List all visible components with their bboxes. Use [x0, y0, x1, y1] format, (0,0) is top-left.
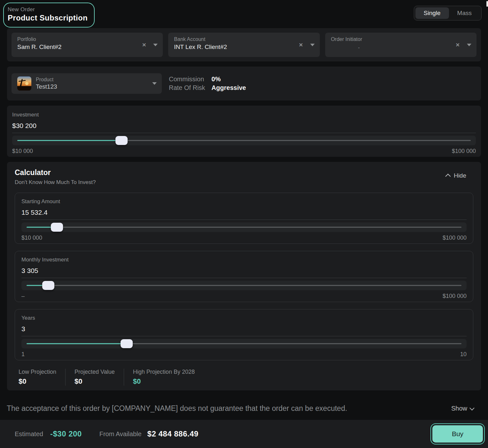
footer-bar: Estimated -$30 200 From Available $2 484…	[0, 420, 488, 448]
investment-slider[interactable]	[12, 136, 476, 145]
slider-rail	[48, 285, 461, 286]
projections-row: Low Projection $0 Projected Value $0 Hig…	[15, 369, 473, 386]
portfolio-clear-icon[interactable]: ✕	[142, 42, 146, 48]
order-initiator-caret-icon[interactable]	[467, 44, 471, 46]
product-label: Product	[36, 77, 57, 83]
risk-label: Rate Of Risk	[169, 84, 205, 92]
starting-amount-input[interactable]: 15 532.4	[21, 209, 467, 220]
high-projection: High Projection By 2028 $0	[124, 369, 204, 386]
bank-account-select[interactable]: Bank Account INT Lex R. Client#2 ✕	[168, 33, 319, 57]
commission-label: Commission	[169, 76, 205, 83]
hide-label: Hide	[454, 172, 466, 179]
investment-max: $100 000	[452, 148, 476, 155]
commission-value: 0%	[211, 76, 246, 83]
show-label: Show	[451, 405, 467, 412]
from-available-value: $2 484 886.49	[147, 429, 199, 438]
from-available-label: From Available	[99, 430, 142, 438]
scrollbar[interactable]	[486, 1, 488, 7]
portfolio-caret-icon[interactable]	[153, 44, 158, 46]
slider-fill	[27, 343, 127, 344]
page-title: Product Subscription	[8, 13, 88, 22]
investment-label: Investment	[12, 112, 476, 118]
product-value: Test123	[36, 83, 57, 90]
starting-amount-label: Starting Amount	[21, 198, 467, 205]
calculator-title: Calculator	[15, 168, 96, 177]
bank-account-label: Bank Account	[174, 36, 314, 42]
years-min: 1	[21, 351, 25, 358]
product-info: Commission Rate Of Risk 0% Aggressive	[169, 76, 246, 92]
buy-button[interactable]: Buy	[432, 425, 483, 443]
monthly-investment-slider-thumb[interactable]	[42, 281, 54, 290]
product-panel: Product Test123 Commission Rate Of Risk …	[7, 67, 481, 100]
risk-value: Aggressive	[211, 84, 246, 92]
page-title-box: New Order Product Subscription	[3, 3, 95, 28]
projected-value-label: Projected Value	[75, 369, 115, 375]
toggle-single[interactable]: Single	[415, 7, 449, 19]
years-slider[interactable]	[21, 339, 467, 348]
investment-input[interactable]: $30 200	[12, 122, 476, 133]
monthly-investment-min: –	[21, 293, 25, 300]
product-caret-icon[interactable]	[152, 82, 157, 85]
calculator-panel: Calculator Don't Know How Much To Invest…	[7, 162, 481, 390]
toggle-mass[interactable]: Mass	[449, 7, 480, 19]
monthly-investment-max: $100 000	[443, 293, 467, 300]
investment-min: $10 000	[12, 148, 33, 155]
portfolio-select[interactable]: Portfolio Sam R. Client#2 ✕	[12, 33, 163, 57]
starting-amount-card: Starting Amount 15 532.4 $10 000 $100 00…	[15, 193, 473, 244]
disclaimer-row: The acceptance of this order by [COMPANY…	[0, 397, 488, 420]
order-initiator-label: Order Initiator	[331, 36, 471, 42]
starting-amount-slider-thumb[interactable]	[51, 223, 63, 232]
starting-amount-max: $100 000	[443, 235, 467, 241]
slider-fill	[17, 140, 122, 141]
high-projection-value: $0	[133, 377, 195, 386]
show-button[interactable]: Show	[451, 405, 473, 412]
years-label: Years	[21, 315, 467, 321]
low-projection-value: $0	[19, 377, 56, 386]
starting-amount-slider[interactable]	[21, 222, 467, 232]
years-input[interactable]: 3	[21, 325, 467, 336]
order-parties-panel: Portfolio Sam R. Client#2 ✕ Bank Account…	[7, 28, 481, 61]
estimated-value: -$30 200	[50, 429, 82, 438]
starting-amount-min: $10 000	[21, 235, 42, 241]
low-projection-label: Low Projection	[19, 369, 56, 375]
slider-rail	[122, 140, 471, 141]
years-card: Years 3 1 10	[15, 309, 473, 360]
disclaimer-text: The acceptance of this order by [COMPANY…	[7, 404, 347, 413]
low-projection: Low Projection $0	[19, 369, 65, 386]
years-slider-thumb[interactable]	[121, 339, 133, 348]
order-initiator-select[interactable]: Order Initiator - ✕	[325, 33, 476, 57]
projected-value: Projected Value $0	[65, 369, 124, 386]
order-initiator-value: -	[358, 45, 471, 50]
estimated-label: Estimated	[15, 430, 43, 438]
bank-account-caret-icon[interactable]	[310, 44, 315, 46]
chevron-down-icon	[469, 405, 475, 411]
header: New Order Product Subscription Single Ma…	[0, 0, 488, 28]
investment-slider-thumb[interactable]	[115, 136, 128, 145]
high-projection-label: High Projection By 2028	[133, 369, 195, 375]
monthly-investment-slider[interactable]	[21, 281, 467, 290]
portfolio-label: Portfolio	[17, 36, 157, 42]
slider-rail	[127, 343, 461, 344]
monthly-investment-card: Monthly Investment 3 305 – $100 000	[15, 251, 473, 302]
hide-button[interactable]: Hide	[447, 172, 466, 179]
bank-account-clear-icon[interactable]: ✕	[299, 42, 303, 48]
investment-panel: Investment $30 200 $10 000 $100 000	[7, 106, 481, 157]
bank-account-value: INT Lex R. Client#2	[174, 44, 314, 51]
page-subtitle: New Order	[8, 6, 88, 13]
portfolio-value: Sam R. Client#2	[17, 44, 157, 51]
chevron-up-icon	[445, 174, 451, 179]
order-mode-toggle: Single Mass	[414, 6, 482, 20]
projected-value-value: $0	[75, 377, 115, 386]
slider-rail	[57, 227, 461, 228]
monthly-investment-label: Monthly Investment	[21, 257, 467, 263]
years-max: 10	[460, 351, 467, 358]
order-initiator-clear-icon[interactable]: ✕	[456, 42, 460, 48]
calculator-subtitle: Don't Know How Much To Invest?	[15, 179, 96, 186]
product-select[interactable]: Product Test123	[12, 73, 162, 94]
product-thumbnail	[17, 76, 31, 91]
monthly-investment-input[interactable]: 3 305	[21, 267, 467, 278]
